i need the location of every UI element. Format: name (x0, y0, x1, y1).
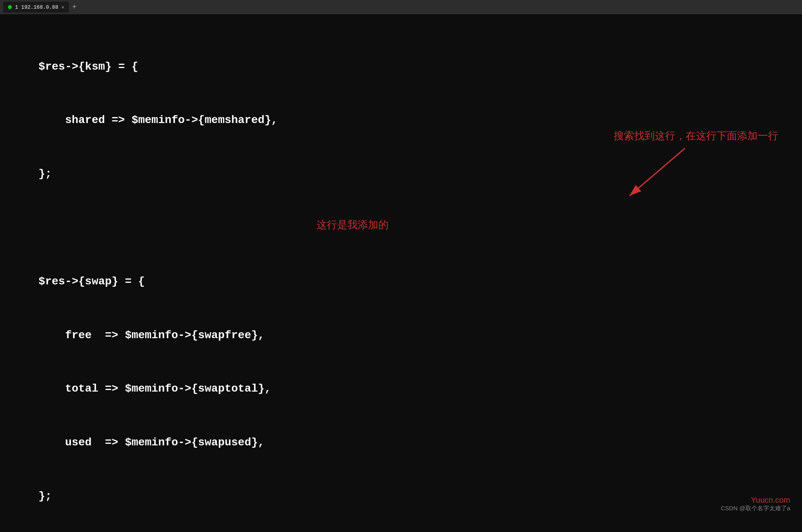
add-tab-button[interactable]: + (72, 3, 76, 11)
watermark-site: Yuucn.com (721, 496, 790, 505)
code-line-5: $res->{swap} = { (12, 273, 802, 291)
watermark-area: Yuucn.com CSDN @取个名字太难了a (721, 496, 790, 512)
title-bar: 1 192.168.0.88 ✕ + (0, 0, 802, 14)
code-line-6: free => $meminfo->{swapfree}, (12, 326, 802, 345)
code-line-8: used => $meminfo->{swapused}, (12, 434, 802, 452)
terminal-tab[interactable]: 1 192.168.0.88 ✕ (3, 2, 69, 13)
code-line-9: }; (12, 487, 802, 505)
code-line-7: total => $meminfo->{swaptotal}, (12, 380, 802, 398)
terminal-content: $res->{ksm} = { shared => $meminfo->{mem… (0, 14, 802, 532)
code-line-1: $res->{ksm} = { (12, 58, 802, 76)
code-line-2: shared => $meminfo->{memshared}, (12, 111, 802, 129)
code-line-3: }; (12, 165, 802, 183)
watermark-author: CSDN @取个名字太难了a (721, 505, 790, 512)
tab-status-dot (8, 5, 12, 9)
code-line-blank1 (12, 219, 802, 237)
tab-close-button[interactable]: ✕ (61, 4, 64, 10)
tab-label: 1 192.168.0.88 (15, 4, 58, 10)
code-display: $res->{ksm} = { shared => $meminfo->{mem… (12, 22, 802, 532)
